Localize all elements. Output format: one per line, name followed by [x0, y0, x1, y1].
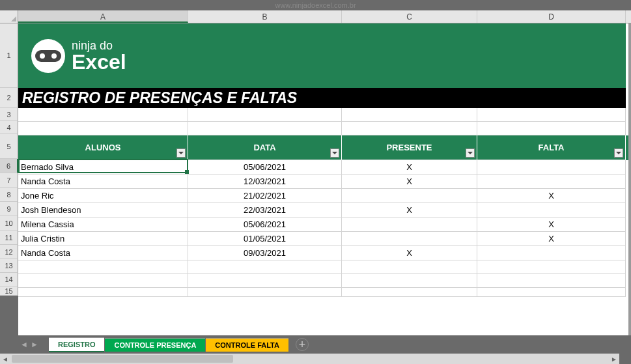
table-header-row: ALUNOS DATA PRESENTE FALTA [18, 135, 628, 160]
cell-data[interactable]: 21/02/2021 [188, 189, 342, 203]
cell-falta[interactable]: X [477, 232, 626, 246]
cell-falta[interactable] [477, 175, 626, 189]
vertical-scrollbar[interactable] [628, 23, 631, 354]
add-sheet-button[interactable]: + [296, 338, 309, 351]
cell-presente[interactable]: X [342, 246, 477, 260]
cell-falta[interactable] [477, 160, 626, 175]
scroll-right-icon[interactable]: ► [609, 354, 619, 364]
header-presente: PRESENTE [386, 143, 432, 152]
cell-falta[interactable]: X [477, 217, 626, 232]
cell-aluno[interactable]: Nanda Costa [18, 175, 188, 189]
cell-presente[interactable]: X [342, 160, 477, 175]
filter-button-alunos[interactable] [176, 148, 186, 158]
logo-text-big: Excel [72, 51, 126, 72]
row-header-4[interactable]: 4 [0, 121, 18, 134]
watermark-text: www.ninjadoexcel.com.br [275, 1, 356, 9]
cell-aluno[interactable]: Bernado Silva [18, 160, 188, 175]
tab-nav-prev-icon[interactable]: ◄ [20, 340, 29, 349]
logo-text-small: ninja do [72, 40, 126, 51]
header-data: DATA [253, 143, 275, 152]
cell-aluno[interactable]: Jone Ric [18, 189, 188, 203]
tab-nav-next-icon[interactable]: ► [30, 340, 39, 349]
column-header-B[interactable]: B [188, 10, 342, 23]
scroll-thumb[interactable] [12, 355, 233, 363]
scroll-left-icon[interactable]: ◄ [0, 354, 10, 364]
filter-button-falta[interactable] [614, 148, 623, 158]
table-row: Nanda Costa 09/03/2021 X [18, 246, 628, 260]
table-row: Julia Cristin 01/05/2021 X [18, 232, 628, 246]
tab-registro[interactable]: REGISTRO [49, 337, 104, 352]
row-header-1[interactable]: 1 [0, 23, 18, 88]
cell-data[interactable]: 01/05/2021 [188, 232, 342, 246]
row-header-7[interactable]: 7 [0, 173, 18, 188]
column-header-D[interactable]: D [477, 10, 626, 23]
tab-controle-falta[interactable]: CONTROLE FALTA [206, 338, 288, 352]
cell-data[interactable]: 22/03/2021 [188, 203, 342, 217]
row-header-11[interactable]: 11 [0, 231, 18, 245]
table-row: Jone Ric 21/02/2021 X [18, 189, 628, 203]
column-header-A[interactable]: A [18, 10, 188, 23]
cell-data[interactable]: 05/06/2021 [188, 217, 342, 232]
horizontal-scrollbar[interactable]: ◄ ► [0, 354, 619, 364]
cell-falta[interactable] [477, 203, 626, 217]
row-header-8[interactable]: 8 [0, 188, 18, 202]
select-all-button[interactable] [0, 10, 18, 23]
row-header-12[interactable]: 12 [0, 245, 18, 259]
cell-presente[interactable] [342, 189, 477, 203]
cell-presente[interactable]: X [342, 203, 477, 217]
page-title: REGISTRO DE PRESENÇAS E FALTAS [18, 88, 626, 108]
sheet-tabs-bar: ◄ ► REGISTRO CONTROLE PRESENÇA CONTROLE … [0, 335, 631, 354]
cell-falta[interactable]: X [477, 189, 626, 203]
row-header-13[interactable]: 13 [0, 259, 18, 273]
column-header-C[interactable]: C [342, 10, 477, 23]
cell-data[interactable]: 05/06/2021 [188, 160, 342, 175]
cell-aluno[interactable]: Nanda Costa [18, 246, 188, 260]
row-header-9[interactable]: 9 [0, 202, 18, 216]
row-header-2[interactable]: 2 [0, 88, 18, 108]
row-header-6[interactable]: 6 [0, 159, 18, 173]
cell-aluno[interactable]: Milena Cassia [18, 217, 188, 232]
ninja-logo-icon [31, 39, 65, 73]
row-header-3[interactable]: 3 [0, 108, 18, 121]
table-row: Milena Cassia 05/06/2021 X [18, 217, 628, 232]
column-headers: A B C D [18, 10, 631, 23]
cell-presente[interactable] [342, 217, 477, 232]
table-row: Bernado Silva 05/06/2021 X [18, 160, 628, 175]
spreadsheet-grid[interactable]: ninja do Excel REGISTRO DE PRESENÇAS E F… [18, 23, 628, 335]
row-header-14[interactable]: 14 [0, 273, 18, 287]
filter-button-presente[interactable] [466, 148, 475, 158]
table-row: Josh Blendeson 22/03/2021 X [18, 203, 628, 217]
cell-falta[interactable] [477, 246, 626, 260]
header-falta: FALTA [539, 143, 565, 152]
filter-button-data[interactable] [330, 148, 339, 158]
cell-data[interactable]: 12/03/2021 [188, 175, 342, 189]
row-header-10[interactable]: 10 [0, 216, 18, 231]
header-alunos: ALUNOS [85, 143, 121, 152]
logo-banner: ninja do Excel [18, 23, 626, 88]
tab-controle-presenca[interactable]: CONTROLE PRESENÇA [105, 338, 205, 352]
row-header-15[interactable]: 15 [0, 287, 18, 296]
cell-aluno[interactable]: Julia Cristin [18, 232, 188, 246]
row-headers: 1 2 3 4 5 6 7 8 9 10 11 12 13 14 15 [0, 23, 18, 335]
cell-presente[interactable] [342, 232, 477, 246]
cell-data[interactable]: 09/03/2021 [188, 246, 342, 260]
row-header-5[interactable]: 5 [0, 134, 18, 159]
table-row: Nanda Costa 12/03/2021 X [18, 175, 628, 189]
cell-aluno[interactable]: Josh Blendeson [18, 203, 188, 217]
cell-presente[interactable]: X [342, 175, 477, 189]
